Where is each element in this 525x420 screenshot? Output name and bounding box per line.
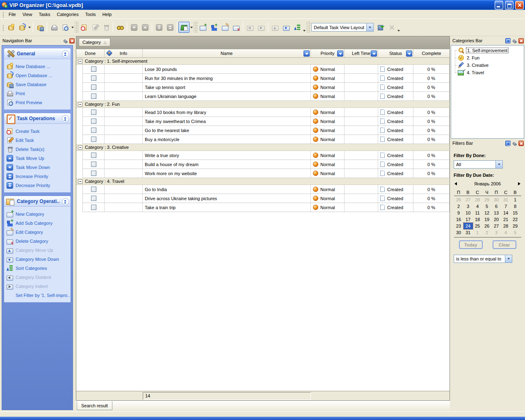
nav-item-new-category[interactable]: New Category — [7, 210, 70, 219]
toolbar-more-icon[interactable] — [303, 22, 306, 33]
calendar-day[interactable]: 6 — [492, 203, 501, 210]
nav-item-category-move-down[interactable]: Category Move Down — [7, 255, 70, 264]
notes-button[interactable] — [178, 22, 189, 33]
close-icon[interactable] — [69, 38, 75, 43]
filter-done-select[interactable]: All — [454, 160, 503, 169]
calendar-day[interactable]: 23 — [454, 223, 463, 229]
calendar-day[interactable]: 22 — [511, 216, 520, 223]
calendar-day[interactable]: 30 — [492, 196, 501, 203]
nav-item-delete-task-s[interactable]: Delete Task(s) — [7, 145, 70, 154]
task-done-checkbox[interactable] — [91, 162, 96, 167]
calendar-day[interactable]: 27 — [492, 223, 501, 229]
menu-item-tasks[interactable]: Tasks — [35, 11, 53, 18]
column-header-done[interactable]: Done — [76, 49, 105, 57]
task-row[interactable]: Read 10 books from my libraryNormalCreat… — [76, 108, 450, 117]
nav-group-header-2[interactable]: Task Operations — [4, 113, 71, 124]
task-done-checkbox[interactable] — [91, 119, 96, 124]
nav-item-set-filter-by-1-self-impro[interactable]: Set Filter by '1. Self-impro... — [7, 291, 70, 300]
menu-item-file[interactable]: File — [5, 11, 19, 18]
status-filter-icon[interactable] — [406, 50, 412, 57]
task-row[interactable]: Drive across Ukraine taking picturesNorm… — [76, 194, 450, 203]
calendar-day[interactable]: 27 — [463, 196, 473, 203]
task-row[interactable]: Take up tennis sportNormalCreated0 % — [76, 83, 450, 92]
priority-filter-icon[interactable] — [337, 50, 343, 57]
nav-item-task-move-down[interactable]: Task Move Down — [7, 163, 70, 172]
calendar-day[interactable]: 7 — [501, 203, 511, 210]
nav-item-task-move-up[interactable]: Task Move Up — [7, 154, 70, 163]
save-layout-button[interactable] — [375, 22, 386, 33]
print-preview-button[interactable] — [59, 22, 71, 33]
close-icon[interactable] — [518, 141, 524, 146]
calendar-day[interactable]: 16 — [454, 216, 463, 223]
sort-categories-button[interactable] — [292, 22, 303, 33]
tab-search-result[interactable]: Search result — [77, 401, 112, 410]
task-row[interactable]: Learn Ukrainian languageNormalCreated0 % — [76, 92, 450, 101]
new-database-button[interactable] — [5, 22, 16, 33]
column-header-name[interactable]: Name — [143, 49, 311, 57]
calendar-day[interactable]: 9 — [454, 210, 463, 216]
calendar-day[interactable]: 8 — [511, 203, 520, 210]
collapse-icon[interactable] — [78, 102, 82, 107]
nav-item-sort-categories[interactable]: Sort Categories — [7, 264, 70, 273]
task-row[interactable]: Build a house of my dreamNormalCreated0 … — [76, 160, 450, 169]
print-button[interactable] — [48, 22, 59, 33]
calendar-day[interactable]: 20 — [492, 216, 501, 223]
calendar-day[interactable]: 28 — [501, 223, 511, 229]
calendar-day[interactable]: 25 — [473, 223, 482, 229]
find-button[interactable] — [114, 22, 126, 33]
column-header-complete[interactable]: Complete — [413, 49, 450, 57]
group-by-category-button[interactable]: Category △ — [79, 38, 110, 46]
calendar-day[interactable]: 21 — [501, 216, 511, 223]
menu-item-categories[interactable]: Categories — [54, 11, 82, 18]
task-row[interactable]: Run for 30 minutes in the morningNormalC… — [76, 74, 450, 83]
nav-item-create-task[interactable]: Create Task — [7, 127, 70, 136]
column-header-info[interactable]: Info — [105, 49, 143, 57]
pin-icon[interactable] — [63, 38, 68, 43]
restore-button[interactable] — [505, 1, 514, 9]
today-button[interactable]: Today — [459, 240, 483, 249]
left-time-filter-icon[interactable] — [371, 50, 377, 57]
task-done-checkbox[interactable] — [91, 205, 96, 210]
column-header-status[interactable]: Status — [378, 49, 413, 57]
collapse-chevron-icon[interactable] — [62, 115, 69, 122]
calendar-day[interactable]: 5 — [511, 229, 520, 236]
calendar-day[interactable]: 29 — [482, 196, 492, 203]
task-row[interactable]: Take a train tripNormalCreated0 % — [76, 203, 450, 212]
chevron-down-icon[interactable] — [27, 22, 32, 33]
maximize-icon[interactable] — [505, 38, 511, 43]
task-row[interactable]: Lose 30 poundsNormalCreated0 % — [76, 65, 450, 74]
calendar-day[interactable]: 31 — [463, 229, 473, 236]
add-sub-category-button[interactable] — [208, 22, 219, 33]
calendar-day[interactable]: 14 — [501, 210, 511, 216]
task-done-checkbox[interactable] — [91, 187, 96, 192]
name-filter-icon[interactable] — [304, 50, 310, 57]
next-month-icon[interactable] — [518, 182, 520, 185]
layout-combo[interactable]: Default Task View Layout — [311, 23, 374, 32]
menu-item-view[interactable]: View — [19, 11, 36, 18]
calendar-day[interactable]: 28 — [473, 196, 482, 203]
calendar-day[interactable]: 3 — [463, 203, 473, 210]
category-item-3-creative[interactable]: 3. Creative — [451, 62, 524, 69]
save-database-button[interactable] — [34, 22, 46, 33]
chevron-down-icon[interactable] — [71, 22, 75, 33]
task-done-checkbox[interactable] — [91, 75, 96, 81]
nav-item-edit-category[interactable]: Edit Category — [7, 228, 70, 237]
category-move-down-button[interactable] — [281, 22, 292, 33]
nav-item-edit-task[interactable]: Edit Task — [7, 136, 70, 145]
task-row[interactable]: Buy a motorcycleNormalCreated0 % — [76, 135, 450, 144]
chevron-down-icon[interactable] — [189, 22, 194, 33]
calendar-day[interactable]: 2 — [454, 203, 463, 210]
new-category-button[interactable] — [197, 22, 208, 33]
task-row[interactable]: Write a true storyNormalCreated0 % — [76, 151, 450, 160]
edit-category-button[interactable] — [219, 22, 231, 33]
task-done-checkbox[interactable] — [91, 110, 96, 115]
calendar-day[interactable]: 1 — [473, 229, 482, 236]
maximize-icon[interactable] — [505, 141, 511, 146]
nav-item-increase-priority[interactable]: Increase Priority — [7, 172, 70, 181]
category-item-1-self-improvement[interactable]: 1. Self-improvement — [451, 47, 524, 54]
task-row[interactable]: Work more on my websiteNormalCreated0 % — [76, 169, 450, 178]
task-done-checkbox[interactable] — [91, 66, 96, 72]
task-done-checkbox[interactable] — [91, 128, 96, 133]
task-row[interactable]: Go to the nearest lakeNormalCreated0 % — [76, 126, 450, 135]
calendar-day[interactable]: 19 — [482, 216, 492, 223]
